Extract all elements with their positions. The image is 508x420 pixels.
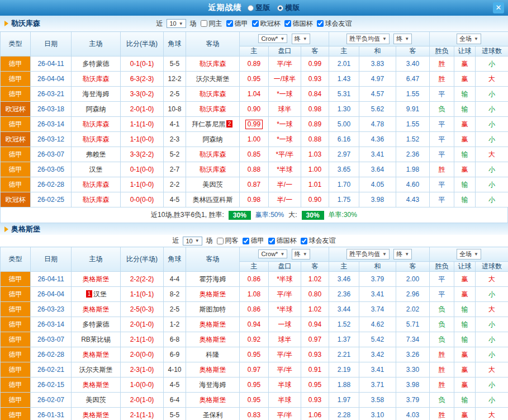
filter-checkbox-同客[interactable]: 同客 (217, 236, 239, 246)
checkbox-input[interactable] (201, 20, 207, 27)
filter-checkbox-德甲[interactable]: 德甲 (226, 19, 248, 29)
horizontal-layout-radio[interactable]: 横版 (277, 3, 300, 13)
odds-cell: 1.04 (240, 87, 269, 102)
odds-cell: 1.01 (301, 177, 329, 192)
filter-games-label: 场 (190, 19, 197, 29)
avg-odds-cell: 1.52 (329, 317, 359, 332)
team-name: 海登海姆 (200, 381, 226, 389)
filter-checkbox-德国杯[interactable]: 德国杯 (268, 236, 297, 246)
avg-odds-cell: 1.70 (329, 177, 359, 192)
checkbox-input[interactable] (317, 20, 324, 27)
handicap-result-cell: 输 (454, 102, 476, 117)
col-result-wdl: 胜负 (430, 262, 454, 272)
odds-cell: 0.95 (240, 72, 269, 87)
checkbox-input[interactable] (301, 238, 307, 244)
odds-group-header: Crow*▼ 终▼ (240, 247, 329, 262)
team-name: 阿森纳 (203, 135, 223, 143)
league-type-cell: 德甲 (1, 302, 31, 317)
scope-dropdown[interactable]: 全场▼ (457, 249, 481, 259)
checkbox-label: 球会友谊 (325, 19, 352, 29)
checkbox-input[interactable] (217, 238, 224, 244)
avg-odds-cell: 4.05 (359, 177, 396, 192)
odds-stage-dropdown[interactable]: 终▼ (292, 249, 310, 259)
avg-odds-cell: 3.41 (359, 147, 396, 162)
wdl-result-cell: 胜 (430, 56, 454, 72)
filter-checkbox-同主[interactable]: 同主 (201, 19, 222, 29)
odds-cell: 1.00 (240, 132, 269, 147)
checkbox-input[interactable] (284, 20, 291, 27)
away-team-cell: 圣保利 (186, 408, 240, 420)
away-team-cell: 斯图加特 (186, 302, 240, 317)
odds-value: 1.03 (308, 150, 321, 158)
wdl-result-cell: 平 (430, 117, 454, 132)
odds-cell: 0.83 (240, 408, 269, 420)
avg-stage-dropdown[interactable]: 终▼ (393, 34, 412, 44)
away-team-cell: 奥林匹亚科斯 (186, 192, 240, 207)
filter-checkbox-德甲[interactable]: 德甲 (243, 236, 264, 246)
team-name: 奥格斯堡 (83, 411, 110, 419)
odds-cell: 0.85 (240, 147, 269, 162)
corner-cell: 4-5 (164, 377, 186, 393)
avg-source-dropdown[interactable]: 胜平负均值▼ (346, 249, 390, 259)
chevron-down-icon: ▼ (179, 21, 183, 26)
scope-group-header: 全场▼ (430, 247, 508, 262)
team-name: 霍芬海姆 (200, 275, 226, 283)
match-date-cell: 26-02-28 (31, 347, 72, 362)
odds-value: *一球 (277, 135, 293, 143)
wdl-result-cell: 平 (430, 177, 454, 192)
goals-result-cell: 大 (476, 72, 508, 87)
away-team-cell: 沃尔夫斯堡 (186, 72, 240, 87)
odds-cell: 0.99 (301, 56, 329, 72)
vertical-layout-radio[interactable]: 竖版 (248, 3, 270, 13)
league-type-cell: 德甲 (1, 377, 31, 393)
filter-checkbox-欧冠杯[interactable]: 欧冠杯 (252, 19, 281, 29)
wdl-result-cell: 胜 (430, 408, 454, 420)
odds-cell: *一球 (269, 117, 301, 132)
col-score: 比分(半场) (121, 247, 164, 272)
match-count-dropdown[interactable]: 10▼ (167, 19, 186, 28)
chevron-down-icon: ▼ (405, 36, 409, 41)
odds-cell: 1.03 (301, 147, 329, 162)
close-icon[interactable]: ✕ (493, 2, 504, 13)
odds-source-dropdown[interactable]: Crow*▼ (258, 249, 287, 258)
scope-dropdown[interactable]: 全场▼ (457, 34, 481, 44)
filter-checkbox-球会友谊[interactable]: 球会友谊 (317, 19, 352, 29)
chevron-down-icon: ▼ (405, 252, 409, 257)
odds-source-dropdown[interactable]: Crow*▼ (258, 34, 287, 43)
checkbox-input[interactable] (252, 20, 259, 27)
score-cell: 2-0(1-0) (121, 102, 164, 117)
team-name: 勒沃库森 (83, 120, 110, 128)
checkbox-input[interactable] (243, 238, 249, 244)
wdl-result-cell: 平 (430, 287, 454, 302)
match-row: 德甲26-03-07RB莱比锡2-1(1-0)6-8奥格斯堡0.92球半0.97… (1, 332, 508, 347)
radio-label-vertical: 竖版 (256, 3, 270, 13)
filter-checkbox-德国杯[interactable]: 德国杯 (284, 19, 313, 29)
avg-stage-dropdown[interactable]: 终▼ (393, 249, 412, 259)
filter-checkbox-球会友谊[interactable]: 球会友谊 (301, 236, 336, 246)
avg-odds-cell: 5.62 (359, 102, 396, 117)
augsburg-filter-band: 近10▼场同客德甲德国杯球会友谊 (0, 235, 508, 247)
odds-value: 平/半 (277, 366, 292, 374)
checkbox-input[interactable] (226, 20, 233, 27)
odds-cell: *一球 (269, 132, 301, 147)
odds-stage-dropdown[interactable]: 终▼ (292, 34, 310, 44)
odds-value: 0.98 (308, 105, 321, 113)
wdl-result-cell: 胜 (430, 162, 454, 177)
corner-cell: 4-10 (164, 362, 186, 377)
home-team-cell: 勒沃库森 (72, 117, 121, 132)
league-type-cell: 德甲 (1, 347, 31, 362)
score-cell: 3-3(2-2) (121, 147, 164, 162)
match-row: 德甲26-02-28勒沃库森1-1(0-0)2-2美因茨0.87半/一1.011… (1, 177, 508, 192)
odds-cell: 半/一 (269, 192, 301, 207)
odds-cell: 0.99 (240, 117, 269, 132)
league-type-cell: 德甲 (1, 272, 31, 287)
checkbox-input[interactable] (268, 238, 275, 244)
team-name: 勒沃库森 (83, 196, 110, 204)
league-type-cell: 欧冠杯 (1, 132, 31, 147)
team-name: 多特蒙德 (83, 60, 110, 68)
score-cell: 0-1(0-0) (121, 162, 164, 177)
avg-source-dropdown[interactable]: 胜平负均值▼ (346, 34, 390, 44)
avg-odds-cell: 2.97 (329, 147, 359, 162)
team-name: 勒沃库森 (200, 105, 226, 113)
match-count-dropdown[interactable]: 10▼ (183, 237, 202, 246)
